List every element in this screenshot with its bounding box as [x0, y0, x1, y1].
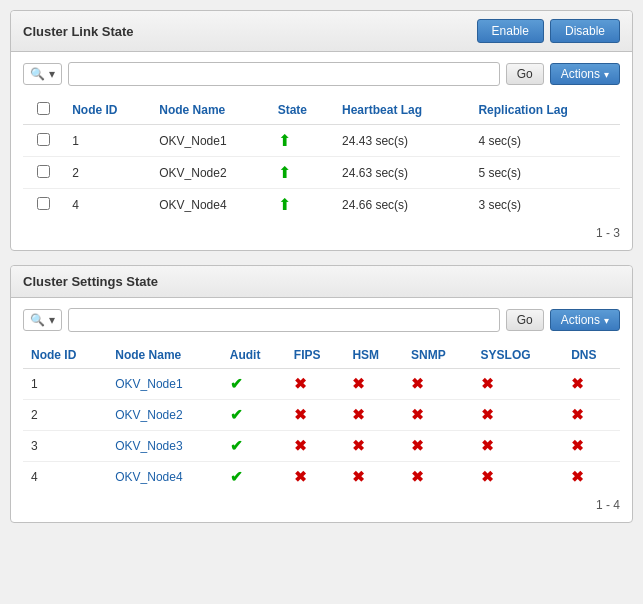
check-icon: ✔ [230, 375, 243, 392]
row-hsm: ✖ [344, 462, 403, 493]
row-state: ⬆ [270, 125, 334, 157]
cross-icon: ✖ [571, 468, 584, 485]
row-dns: ✖ [563, 400, 620, 431]
cluster-settings-state-header: Cluster Settings State [11, 266, 632, 298]
row-node-name: OKV_Node4 [151, 189, 269, 221]
col-state: State [270, 96, 334, 125]
settings-col-fips: FIPS [286, 342, 345, 369]
col-replication-lag: Replication Lag [470, 96, 620, 125]
row-checkbox[interactable] [37, 197, 50, 210]
cluster-link-state-panel: Cluster Link State Enable Disable 🔍 ▾ Go… [10, 10, 633, 251]
row-replication-lag: 5 sec(s) [470, 157, 620, 189]
cluster-settings-state-body: 🔍 ▾ Go Actions Node ID Node Name Audit F… [11, 298, 632, 522]
settings-search-input[interactable] [68, 308, 500, 332]
row-audit: ✔ [222, 431, 286, 462]
search-dropdown[interactable]: 🔍 ▾ [23, 63, 62, 85]
row-state: ⬆ [270, 189, 334, 221]
cluster-link-state-title: Cluster Link State [23, 24, 134, 39]
cluster-link-state-buttons: Enable Disable [477, 19, 620, 43]
row-node-id: 4 [64, 189, 151, 221]
check-icon: ✔ [230, 437, 243, 454]
search-icon: 🔍 [30, 67, 45, 81]
row-node-id: 2 [64, 157, 151, 189]
row-node-name: OKV_Node1 [107, 369, 222, 400]
row-snmp: ✖ [403, 462, 473, 493]
actions-button[interactable]: Actions [550, 63, 620, 85]
row-syslog: ✖ [473, 400, 564, 431]
disable-button[interactable]: Disable [550, 19, 620, 43]
cluster-settings-state-panel: Cluster Settings State 🔍 ▾ Go Actions No… [10, 265, 633, 523]
row-node-name: OKV_Node2 [151, 157, 269, 189]
row-dns: ✖ [563, 369, 620, 400]
cross-icon: ✖ [481, 375, 494, 392]
node-link[interactable]: OKV_Node4 [115, 470, 182, 484]
table-row: 3 OKV_Node3 ✔ ✖ ✖ ✖ ✖ ✖ [23, 431, 620, 462]
settings-search-dropdown[interactable]: 🔍 ▾ [23, 309, 62, 331]
row-snmp: ✖ [403, 369, 473, 400]
cross-icon: ✖ [352, 375, 365, 392]
cross-icon: ✖ [294, 406, 307, 423]
row-hsm: ✖ [344, 400, 403, 431]
search-input[interactable] [68, 62, 500, 86]
cross-icon: ✖ [411, 468, 424, 485]
row-hsm: ✖ [344, 369, 403, 400]
row-dns: ✖ [563, 462, 620, 493]
check-icon: ✔ [230, 468, 243, 485]
table-row: 2 OKV_Node2 ✔ ✖ ✖ ✖ ✖ ✖ [23, 400, 620, 431]
check-icon: ✔ [230, 406, 243, 423]
cluster-link-toolbar: 🔍 ▾ Go Actions [23, 62, 620, 86]
cluster-settings-state-title: Cluster Settings State [23, 274, 158, 289]
chevron-down-icon: ▾ [49, 67, 55, 81]
row-snmp: ✖ [403, 431, 473, 462]
cross-icon: ✖ [294, 437, 307, 454]
row-node-name: OKV_Node1 [151, 125, 269, 157]
row-replication-lag: 3 sec(s) [470, 189, 620, 221]
row-syslog: ✖ [473, 462, 564, 493]
row-checkbox[interactable] [37, 165, 50, 178]
settings-go-button[interactable]: Go [506, 309, 544, 331]
node-link[interactable]: OKV_Node2 [115, 408, 182, 422]
settings-col-snmp: SNMP [403, 342, 473, 369]
row-fips: ✖ [286, 369, 345, 400]
cross-icon: ✖ [294, 468, 307, 485]
settings-actions-button[interactable]: Actions [550, 309, 620, 331]
table-row: 1 OKV_Node1 ⬆ 24.43 sec(s) 4 sec(s) [23, 125, 620, 157]
cross-icon: ✖ [571, 375, 584, 392]
table-row: 4 OKV_Node4 ✔ ✖ ✖ ✖ ✖ ✖ [23, 462, 620, 493]
row-audit: ✔ [222, 400, 286, 431]
up-arrow-icon: ⬆ [278, 131, 291, 150]
row-snmp: ✖ [403, 400, 473, 431]
row-heartbeat-lag: 24.66 sec(s) [334, 189, 470, 221]
cross-icon: ✖ [411, 406, 424, 423]
settings-col-hsm: HSM [344, 342, 403, 369]
cross-icon: ✖ [571, 437, 584, 454]
enable-button[interactable]: Enable [477, 19, 544, 43]
select-all-header [23, 96, 64, 125]
cluster-settings-toolbar: 🔍 ▾ Go Actions [23, 308, 620, 332]
row-fips: ✖ [286, 400, 345, 431]
node-link[interactable]: OKV_Node3 [115, 439, 182, 453]
row-heartbeat-lag: 24.63 sec(s) [334, 157, 470, 189]
go-button[interactable]: Go [506, 63, 544, 85]
settings-col-audit: Audit [222, 342, 286, 369]
cross-icon: ✖ [481, 437, 494, 454]
row-node-id: 3 [23, 431, 107, 462]
row-audit: ✔ [222, 462, 286, 493]
row-checkbox-cell [23, 125, 64, 157]
row-syslog: ✖ [473, 431, 564, 462]
node-link[interactable]: OKV_Node1 [115, 377, 182, 391]
cluster-link-pagination: 1 - 3 [23, 220, 620, 240]
table-row: 2 OKV_Node2 ⬆ 24.63 sec(s) 5 sec(s) [23, 157, 620, 189]
cross-icon: ✖ [481, 406, 494, 423]
row-hsm: ✖ [344, 431, 403, 462]
table-row: 1 OKV_Node1 ✔ ✖ ✖ ✖ ✖ ✖ [23, 369, 620, 400]
select-all-checkbox[interactable] [37, 102, 50, 115]
row-checkbox-cell [23, 189, 64, 221]
row-checkbox[interactable] [37, 133, 50, 146]
cross-icon: ✖ [571, 406, 584, 423]
settings-col-syslog: SYSLOG [473, 342, 564, 369]
row-node-name: OKV_Node4 [107, 462, 222, 493]
chevron-down-icon: ▾ [49, 313, 55, 327]
cluster-link-table: Node ID Node Name State Heartbeat Lag Re… [23, 96, 620, 220]
row-syslog: ✖ [473, 369, 564, 400]
